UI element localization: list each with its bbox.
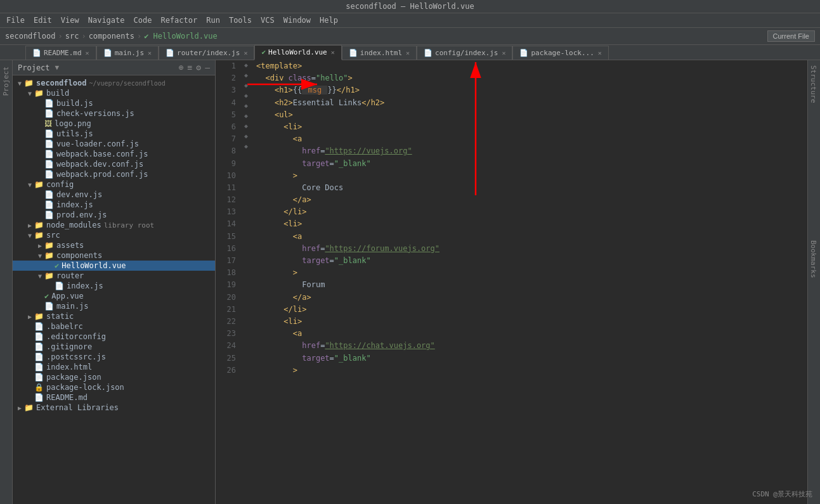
right-panels: Structure Bookmarks [807, 60, 820, 504]
tree-item-indexjs[interactable]: 📄 index.js [13, 200, 215, 210]
menu-item-edit[interactable]: Edit [30, 15, 56, 26]
tree-item-appvue[interactable]: ✔ App.vue [13, 291, 215, 301]
tree-item-readmemd[interactable]: 📄 README.md [13, 392, 215, 403]
fold-gutter: ◆ ◆ ◆ ◆ ◆ ◆ ◆ ◆ [241, 60, 251, 504]
tree-item-routerindex[interactable]: 📄 index.js [13, 281, 215, 291]
tree-item-checkversions[interactable]: 📄 check-versions.js [13, 108, 215, 119]
code-content[interactable]: <template> <div class="hello"> <h1>{{ ms… [251, 60, 807, 504]
tab-readme-label: README.md [44, 49, 82, 57]
tree-item-buildjs[interactable]: 📄 build.js [13, 98, 215, 108]
breadcrumb-src: src [65, 32, 79, 41]
tree-item-devenv[interactable]: 📄 dev.env.js [13, 190, 215, 200]
tab-indexhtml[interactable]: 📄 index.html ✕ [342, 46, 417, 60]
pkg-icon: 📄 [519, 49, 528, 57]
menu-item-code[interactable]: Code [130, 15, 156, 26]
menu-item-tools[interactable]: Tools [225, 15, 256, 26]
tree-item-config[interactable]: ▼ 📁 config [13, 179, 215, 190]
tree-item-webpackbase[interactable]: 📄 webpack.base.conf.js [13, 149, 215, 159]
tree-item-mainjs[interactable]: 📄 main.js [13, 301, 215, 311]
sidebar-settings-icon[interactable]: ⚙ [196, 63, 201, 72]
tree-item-externallibs[interactable]: ▶ 📁 External Libraries [13, 403, 215, 413]
tab-helloworld-close[interactable]: ✕ [331, 49, 335, 56]
sidebar-close-icon[interactable]: — [205, 63, 210, 72]
tree-item-packagejson[interactable]: 📄 package.json [13, 372, 215, 382]
tree-item-static[interactable]: ▶ 📁 static [13, 311, 215, 321]
sidebar: Project ▼ ⊕ ≡ ⚙ — ▼ 📁 secondflood ~/vuep… [13, 60, 216, 504]
tree-item-vueloader[interactable]: 📄 vue-loader.conf.js [13, 139, 215, 149]
tree-item-assets[interactable]: ▶ 📁 assets [13, 240, 215, 250]
tab-main-close[interactable]: ✕ [148, 49, 152, 56]
vue-file-icon: ✔ [55, 261, 59, 270]
breadcrumb-components: components [89, 32, 134, 41]
tab-config-label: config/index.js [435, 49, 498, 57]
tab-router[interactable]: 📄 router/index.js ✕ [159, 46, 254, 60]
tab-helloworld-label: HelloWorld.vue [268, 48, 327, 56]
tree-item-webpackdev[interactable]: 📄 webpack.dev.conf.js [13, 159, 215, 169]
main-icon: 📄 [103, 49, 112, 57]
arrow-root: ▼ [15, 80, 24, 87]
tree-item-src[interactable]: ▼ 📁 src [13, 230, 215, 240]
tree-item-logo[interactable]: 🖼 logo.png [13, 119, 215, 129]
sidebar-collapse-icon[interactable]: ≡ [188, 63, 193, 72]
code-area[interactable]: 12345 678910 1112131415 1617181920 21222… [216, 60, 807, 504]
editor: 12345 678910 1112131415 1617181920 21222… [216, 60, 807, 504]
sidebar-dropdown-arrow[interactable]: ▼ [55, 63, 60, 72]
menu-item-window[interactable]: Window [280, 15, 315, 26]
menu-item-run[interactable]: Run [202, 15, 224, 26]
breadcrumb: secondflood › src › components › ✔ Hello… [5, 32, 218, 41]
tab-router-close[interactable]: ✕ [244, 49, 247, 56]
tree-item-helloworldvue[interactable]: ✔ HelloWorld.vue [13, 261, 215, 271]
tree-item-babelrc[interactable]: 📄 .babelrc [13, 321, 215, 332]
tab-main[interactable]: 📄 main.js ✕ [96, 46, 159, 60]
tab-config[interactable]: 📄 config/index.js ✕ [417, 46, 512, 60]
tree-item-gitignore[interactable]: 📄 .gitignore [13, 342, 215, 352]
tree-item-router[interactable]: ▼ 📁 router [13, 271, 215, 281]
tab-readme[interactable]: 📄 README.md ✕ [25, 46, 96, 60]
appvue-icon: ✔ [44, 292, 49, 300]
menu-item-file[interactable]: File [3, 15, 29, 26]
tab-pkglock-label: package-lock... [531, 49, 594, 57]
watermark: CSDN @景天科技苑 [752, 489, 812, 499]
menu-item-navigate[interactable]: Navigate [84, 15, 129, 26]
sidebar-title: Project [18, 63, 50, 72]
menu-item-vcs[interactable]: VCS [257, 15, 278, 26]
breadcrumb-file: ✔ HelloWorld.vue [144, 32, 218, 41]
tree-item-utils[interactable]: 📄 utils.js [13, 129, 215, 139]
current-file-button[interactable]: Current File [767, 30, 815, 42]
sidebar-header: Project ▼ ⊕ ≡ ⚙ — [13, 60, 215, 75]
tab-readme-close[interactable]: ✕ [86, 49, 89, 56]
line-numbers: 12345 678910 1112131415 1617181920 21222… [216, 60, 241, 504]
menu-item-refactor[interactable]: Refactor [157, 15, 201, 26]
sidebar-locate-icon[interactable]: ⊕ [179, 63, 184, 72]
tab-main-label: main.js [115, 49, 144, 57]
tree-item-prodenv[interactable]: 📄 prod.env.js [13, 210, 215, 220]
tab-config-close[interactable]: ✕ [502, 49, 505, 56]
file-tree: ▼ 📁 secondflood ~/vuepro/secondflood ▼ 📁… [13, 75, 215, 504]
tab-indexhtml-label: index.html [360, 49, 402, 57]
tab-indexhtml-close[interactable]: ✕ [406, 49, 410, 56]
tree-item-editorconfig[interactable]: 📄 .editorconfig [13, 332, 215, 342]
tab-pkglock[interactable]: 📄 package-lock... ✕ [512, 46, 608, 60]
tree-item-build[interactable]: ▼ 📁 build [13, 88, 215, 98]
panel-label: Project [0, 60, 13, 504]
tree-item-indexhtml[interactable]: 📄 index.html [13, 362, 215, 372]
router-icon: 📄 [166, 49, 174, 57]
tree-item-webpackprod[interactable]: 📄 webpack.prod.conf.js [13, 169, 215, 179]
tree-item-nodemodules[interactable]: ▶ 📁 node_modules library root [13, 220, 215, 230]
structure-label: Structure [808, 60, 820, 108]
library-root-label: library root [104, 221, 154, 229]
config-icon: 📄 [424, 49, 433, 57]
tab-pkglock-close[interactable]: ✕ [598, 49, 602, 56]
tree-item-pkglock[interactable]: 🔒 package-lock.json [13, 382, 215, 392]
menu-item-view[interactable]: View [57, 15, 83, 26]
main-area: Project Project ▼ ⊕ ≡ ⚙ — ▼ 📁 secondfloo… [0, 60, 820, 504]
tree-item-components[interactable]: ▼ 📁 components [13, 250, 215, 261]
tab-helloworld[interactable]: ✔ HelloWorld.vue ✕ [254, 45, 341, 60]
bookmarks-label: Bookmarks [808, 235, 820, 283]
label-root: secondflood [36, 79, 86, 87]
tabs-bar: 📄 README.md ✕ 📄 main.js ✕ 📄 router/index… [0, 45, 820, 60]
tree-item-root[interactable]: ▼ 📁 secondflood ~/vuepro/secondflood [13, 78, 215, 88]
menu-bar: FileEditViewNavigateCodeRefactorRunTools… [0, 13, 820, 28]
tree-item-postcssrc[interactable]: 📄 .postcssrc.js [13, 352, 215, 362]
menu-item-help[interactable]: Help [316, 15, 342, 26]
